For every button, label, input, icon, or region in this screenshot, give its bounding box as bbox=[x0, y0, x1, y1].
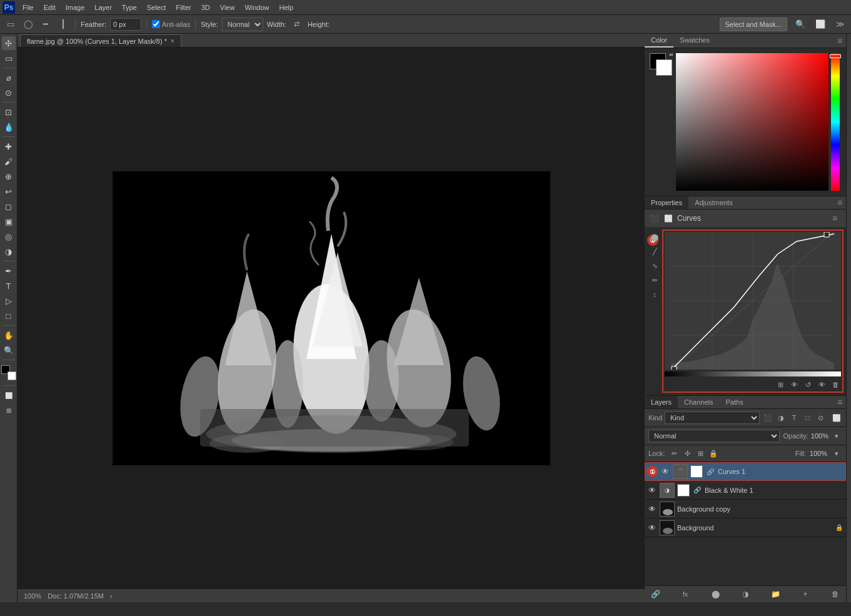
filter-type-icon[interactable]: T bbox=[788, 412, 800, 423]
layer-new-icon[interactable]: + bbox=[800, 588, 811, 600]
dodge-tool[interactable]: ◑ bbox=[2, 245, 16, 258]
screen-mode-icon[interactable]: ⬜ bbox=[813, 18, 827, 31]
layer-row-curves1[interactable]: ① 👁 ⌒ 🔗 Curves 1 bbox=[645, 462, 846, 481]
quick-select-tool[interactable]: ⊙ bbox=[2, 86, 16, 99]
curves-clip-shadows-icon[interactable]: ⊞ bbox=[775, 379, 786, 390]
gradient-tool[interactable]: ▣ bbox=[2, 215, 16, 228]
prop-close-icon[interactable]: ≡ bbox=[828, 212, 841, 225]
layer-row-bw1[interactable]: 👁 ◑ 🔗 Black & White 1 bbox=[645, 481, 846, 500]
status-arrow[interactable]: › bbox=[110, 592, 113, 600]
lasso-tool[interactable]: ⌀ bbox=[2, 71, 16, 84]
curves-visibility-icon[interactable]: 👁 bbox=[816, 379, 827, 390]
menu-file[interactable]: File bbox=[18, 0, 39, 14]
gradient-picker[interactable] bbox=[676, 53, 828, 191]
feather-input[interactable] bbox=[110, 18, 141, 31]
layer-vis-bg-copy[interactable]: 👁 bbox=[647, 504, 657, 514]
color-gradient-box[interactable] bbox=[676, 53, 828, 191]
extra-icon[interactable]: ≫ bbox=[833, 18, 847, 31]
menu-window[interactable]: Window bbox=[239, 0, 274, 14]
lock-all-icon[interactable]: 🔒 bbox=[708, 448, 719, 459]
background-color[interactable] bbox=[8, 371, 16, 380]
curves-delete-icon[interactable]: 🗑 bbox=[830, 379, 841, 390]
layer-row-bg[interactable]: 👁 Background 🔒 bbox=[645, 518, 846, 537]
spectrum-bar[interactable] bbox=[831, 53, 840, 191]
filter-toggle-icon[interactable]: ⬜ bbox=[831, 412, 842, 423]
lock-pixels-icon[interactable]: ✏ bbox=[668, 448, 680, 459]
document-tab[interactable]: flame.jpg @ 100% (Curves 1, Layer Mask/8… bbox=[20, 34, 181, 47]
layer-row-bg-copy[interactable]: 👁 Background copy bbox=[645, 500, 846, 518]
color-swatches[interactable] bbox=[1, 365, 16, 380]
zoom-tool[interactable]: 🔍 bbox=[2, 343, 16, 357]
eraser-tool[interactable]: ◻ bbox=[2, 199, 16, 213]
tab-close-button[interactable]: × bbox=[171, 38, 174, 44]
blur-tool[interactable]: ◎ bbox=[2, 230, 16, 243]
background-swatch[interactable] bbox=[656, 59, 672, 76]
curves-smooth-tool[interactable]: ∿ bbox=[648, 260, 661, 272]
curves-hand-tool[interactable]: ⬤ bbox=[648, 231, 661, 243]
layer-delete-icon[interactable]: 🗑 bbox=[830, 588, 841, 600]
crop-tool[interactable]: ⊡ bbox=[2, 105, 16, 119]
layer-adjustment-icon[interactable]: ◑ bbox=[740, 588, 751, 600]
channels-tab[interactable]: Channels bbox=[678, 396, 719, 408]
canvas-container[interactable] bbox=[18, 48, 645, 588]
lock-artboard-icon[interactable]: ⊞ bbox=[695, 448, 706, 459]
text-tool[interactable]: T bbox=[2, 279, 16, 293]
path-select-tool[interactable]: ▷ bbox=[2, 294, 16, 308]
curves-reset-icon[interactable]: ↺ bbox=[802, 379, 813, 390]
curves-reset-tool[interactable]: ↕ bbox=[648, 288, 661, 301]
select-and-mask-button[interactable]: Select and Mask... bbox=[720, 18, 788, 31]
curves-pencil-tool[interactable]: ✏ bbox=[648, 274, 661, 286]
hand-tool[interactable]: ✋ bbox=[2, 328, 16, 342]
layer-link-bw1[interactable]: 🔗 bbox=[692, 485, 702, 495]
fill-arrow-icon[interactable]: ▾ bbox=[831, 448, 842, 459]
adjustments-tab[interactable]: Adjustments bbox=[688, 196, 739, 209]
marquee-rect-icon[interactable]: ▭ bbox=[4, 18, 18, 31]
style-select[interactable]: Normal bbox=[222, 18, 263, 31]
menu-view[interactable]: View bbox=[215, 0, 240, 14]
layer-link-icon[interactable]: 🔗 bbox=[650, 588, 661, 600]
search-icon[interactable]: 🔍 bbox=[793, 18, 807, 31]
marquee-col-icon[interactable]: ┃ bbox=[56, 18, 70, 31]
filter-adjustment-icon[interactable]: ◑ bbox=[775, 412, 787, 423]
menu-layer[interactable]: Layer bbox=[89, 0, 117, 14]
menu-type[interactable]: Type bbox=[117, 0, 142, 14]
brush-tool[interactable]: 🖌 bbox=[2, 154, 16, 168]
blend-mode-dropdown[interactable]: Normal bbox=[648, 430, 780, 442]
layer-vis-bw1[interactable]: 👁 bbox=[647, 485, 657, 495]
menu-edit[interactable]: Edit bbox=[39, 0, 61, 14]
anti-alias-checkbox[interactable]: Anti-alias bbox=[152, 20, 190, 28]
shape-tool[interactable]: □ bbox=[2, 309, 16, 323]
curves-graph[interactable] bbox=[665, 232, 841, 370]
stamp-tool[interactable]: ⊕ bbox=[2, 169, 16, 183]
menu-3d[interactable]: 3D bbox=[196, 0, 215, 14]
curves-show-clipping-icon[interactable]: 👁 bbox=[788, 379, 800, 390]
menu-select[interactable]: Select bbox=[142, 0, 171, 14]
layer-link-curves1[interactable]: 🔗 bbox=[705, 467, 715, 477]
prop-menu-icon[interactable]: ≡ bbox=[833, 196, 846, 209]
menu-filter[interactable]: Filter bbox=[171, 0, 196, 14]
menu-help[interactable]: Help bbox=[274, 0, 299, 14]
move-tool[interactable]: ✣ bbox=[2, 36, 16, 50]
layer-fx-icon[interactable]: fx bbox=[680, 588, 691, 600]
opacity-arrow-icon[interactable]: ▾ bbox=[831, 430, 842, 442]
marquee-row-icon[interactable]: ━ bbox=[39, 18, 53, 31]
color-panel-menu-icon[interactable]: ≡ bbox=[833, 34, 846, 47]
layer-group-icon[interactable]: 📁 bbox=[770, 588, 781, 600]
panel-collapse-handle[interactable]: › bbox=[846, 34, 851, 602]
eyedropper-tool[interactable]: 💧 bbox=[2, 120, 16, 134]
quick-mask-icon[interactable]: ⬜ bbox=[2, 388, 16, 402]
curves-pen-tool[interactable]: ╱ bbox=[648, 245, 661, 258]
swatches-tab[interactable]: Swatches bbox=[673, 34, 716, 48]
pen-tool[interactable]: ✒ bbox=[2, 264, 16, 278]
layers-tab[interactable]: Layers bbox=[645, 396, 678, 408]
lock-move-icon[interactable]: ✣ bbox=[682, 448, 693, 459]
filter-smart-icon[interactable]: ⊙ bbox=[815, 412, 826, 423]
layer-mask-icon[interactable]: ⬤ bbox=[710, 588, 721, 600]
properties-tab[interactable]: Properties bbox=[645, 196, 688, 209]
swap-arrows-icon[interactable]: ⇄ bbox=[669, 52, 673, 58]
layers-panel-menu-icon[interactable]: ≡ bbox=[833, 396, 846, 408]
swap-wh-icon[interactable]: ⇄ bbox=[290, 18, 304, 31]
history-brush-tool[interactable]: ↩ bbox=[2, 184, 16, 198]
healing-brush-tool[interactable]: ✚ bbox=[2, 139, 16, 153]
paths-tab[interactable]: Paths bbox=[720, 396, 750, 408]
